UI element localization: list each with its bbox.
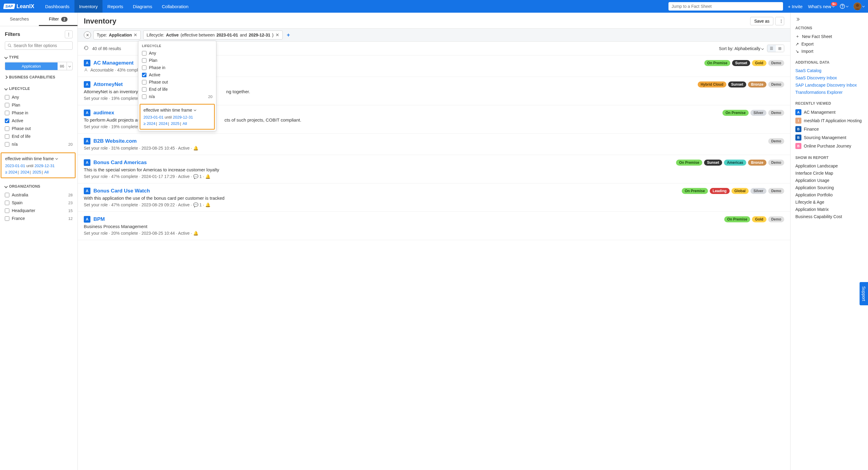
support-tab[interactable]: Support <box>860 282 868 305</box>
show-report-link[interactable]: Application Matrix <box>795 206 863 213</box>
dd-tf-all[interactable]: All <box>183 121 187 126</box>
lifecycle-option[interactable]: n/a20 <box>5 140 73 148</box>
recent-item[interactable]: BSourcing Management <box>795 133 863 142</box>
dd-tf-l2[interactable]: 2024 <box>159 121 167 126</box>
timeframe-head[interactable]: effective within time frame <box>5 156 71 161</box>
tab-filter[interactable]: Filter 2 <box>39 13 78 26</box>
dd-lifecycle-option[interactable]: n/a20 <box>142 93 213 100</box>
lifecycle-option[interactable]: Any <box>5 93 73 101</box>
result-title[interactable]: BPM <box>93 216 105 222</box>
result-title[interactable]: AC Management <box>93 60 133 66</box>
dd-lifecycle-option[interactable]: End of life <box>142 86 213 93</box>
dd-tf-from[interactable]: 2023-01-01 <box>144 115 164 119</box>
dd-lifecycle-checkbox[interactable] <box>142 58 147 63</box>
nav-inventory[interactable]: Inventory <box>74 0 103 13</box>
chip-type-remove[interactable]: ✕ <box>133 32 137 38</box>
show-report-link[interactable]: Application Usage <box>795 177 863 184</box>
view-grid-button[interactable]: ⊞ <box>776 45 784 52</box>
dd-lifecycle-checkbox[interactable] <box>142 51 147 56</box>
result-title[interactable]: audimex <box>93 110 114 116</box>
dd-lifecycle-checkbox[interactable] <box>142 94 147 99</box>
recent-item[interactable]: AAC Management <box>795 108 863 116</box>
result-title[interactable]: Bonus Card Americas <box>93 159 147 166</box>
org-option[interactable]: Spain23 <box>5 199 73 207</box>
nav-collaboration[interactable]: Collaboration <box>157 0 193 13</box>
view-list-button[interactable]: ☰ <box>767 45 776 52</box>
reload-button[interactable] <box>84 46 89 51</box>
lifecycle-checkbox[interactable] <box>5 95 9 99</box>
org-checkbox[interactable] <box>5 201 9 205</box>
org-checkbox[interactable] <box>5 193 9 197</box>
show-report-link[interactable]: Application Sourcing <box>795 184 863 191</box>
dd-lifecycle-checkbox[interactable] <box>142 73 147 77</box>
user-menu[interactable] <box>854 2 864 10</box>
tf-l1[interactable]: ≥ 2024 <box>5 170 17 174</box>
lifecycle-checkbox[interactable] <box>5 103 9 108</box>
invite-button[interactable]: + Invite <box>788 4 803 9</box>
org-option[interactable]: Australia28 <box>5 191 73 199</box>
filter-group-orgs-head[interactable]: ORGANIZATIONS <box>5 184 73 188</box>
show-report-link[interactable]: Interface Circle Map <box>795 170 863 177</box>
tab-searches[interactable]: Searches <box>0 13 39 26</box>
result-title[interactable]: Bonus Card Use Watch <box>93 188 150 194</box>
nav-reports[interactable]: Reports <box>102 0 128 13</box>
filters-more-button[interactable]: ⋮ <box>65 30 73 38</box>
lifecycle-option[interactable]: Plan <box>5 101 73 109</box>
lifecycle-checkbox[interactable] <box>5 126 9 131</box>
lifecycle-option[interactable]: Phase out <box>5 125 73 133</box>
recent-item[interactable]: BFinance <box>795 125 863 133</box>
recent-item[interactable]: Imeshlab IT Application Hosting <box>795 116 863 125</box>
org-checkbox[interactable] <box>5 216 9 221</box>
dd-timeframe-head[interactable]: effective within time frame <box>144 108 211 113</box>
tf-to[interactable]: 2029-12-31 <box>35 164 55 168</box>
filter-group-bizcap-head[interactable]: BUSINESS CAPABILITIES <box>5 75 73 79</box>
type-selector[interactable]: Application 86 <box>5 62 73 70</box>
org-option[interactable]: Headquarter15 <box>5 207 73 214</box>
show-report-link[interactable]: Application Landscape <box>795 162 863 170</box>
addl-link[interactable]: SaaS Catalog <box>795 67 863 74</box>
dd-tf-l3[interactable]: 2025 <box>171 121 180 126</box>
nav-diagrams[interactable]: Diagrams <box>128 0 157 13</box>
addl-link[interactable]: Transformations Explorer <box>795 89 863 96</box>
save-as-button[interactable]: Save as <box>750 17 773 25</box>
action-export[interactable]: ↗Export <box>795 40 863 48</box>
sort-dropdown[interactable]: Sort by: Alphabetically <box>719 46 764 51</box>
lifecycle-checkbox[interactable] <box>5 119 9 123</box>
dd-lifecycle-checkbox[interactable] <box>142 80 147 85</box>
dd-lifecycle-option[interactable]: Phase out <box>142 79 213 86</box>
dd-lifecycle-option[interactable]: Plan <box>142 57 213 64</box>
global-search-input[interactable] <box>669 2 783 10</box>
nav-dashboards[interactable]: Dashboards <box>40 0 74 13</box>
recent-item[interactable]: BOnline Purchase Journey <box>795 142 863 150</box>
collapse-right-panel[interactable] <box>795 17 863 22</box>
filter-group-type-head[interactable]: TYPE <box>5 55 73 59</box>
addl-link[interactable]: SAP Landscape Discovery Inbox <box>795 82 863 89</box>
filter-group-lifecycle-head[interactable]: LIFECYCLE <box>5 87 73 91</box>
add-filter-button[interactable]: + <box>285 32 292 38</box>
chip-lifecycle-remove[interactable]: ✕ <box>276 32 279 38</box>
org-option[interactable]: France12 <box>5 214 73 222</box>
action-import[interactable]: ↘Import <box>795 48 863 55</box>
dd-tf-to[interactable]: 2029-12-31 <box>173 115 193 119</box>
lifecycle-option[interactable]: Active <box>5 117 73 125</box>
clear-filters-button[interactable]: ✕ <box>84 31 91 39</box>
result-title[interactable]: B2B Website.com <box>93 138 136 144</box>
dd-lifecycle-checkbox[interactable] <box>142 87 147 92</box>
dd-lifecycle-option[interactable]: Any <box>142 50 213 57</box>
addl-link[interactable]: SaaS Discovery Inbox <box>795 74 863 82</box>
tf-all[interactable]: All <box>44 170 49 174</box>
chip-lifecycle[interactable]: Lifecycle: Active (effective between 202… <box>143 30 282 39</box>
lifecycle-option[interactable]: End of life <box>5 133 73 140</box>
show-report-link[interactable]: Application Portfolio <box>795 191 863 199</box>
type-dropdown-toggle[interactable] <box>67 62 72 70</box>
lifecycle-checkbox[interactable] <box>5 142 9 147</box>
whats-new-button[interactable]: What's new 9+ <box>808 4 834 9</box>
tf-l2[interactable]: 2024 <box>21 170 29 174</box>
tf-l3[interactable]: 2025 <box>33 170 41 174</box>
org-checkbox[interactable] <box>5 208 9 213</box>
chip-type[interactable]: Type: Application ✕ <box>93 30 141 39</box>
lifecycle-option[interactable]: Phase in <box>5 109 73 117</box>
tf-from[interactable]: 2023-01-01 <box>5 164 25 168</box>
result-title[interactable]: AttorneyNet <box>93 82 123 87</box>
lifecycle-checkbox[interactable] <box>5 134 9 139</box>
